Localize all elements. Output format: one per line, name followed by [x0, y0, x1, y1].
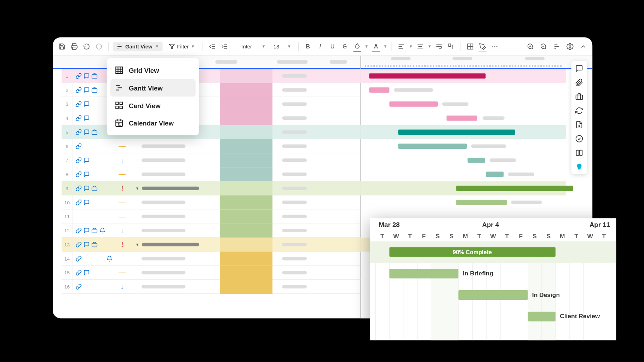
undo-icon[interactable] — [82, 41, 91, 51]
task-name-cell[interactable] — [132, 215, 220, 218]
indent-icon[interactable] — [220, 41, 229, 51]
align-left-icon[interactable] — [397, 41, 406, 51]
fill-color-icon[interactable] — [352, 41, 362, 51]
assignee-cell[interactable] — [220, 195, 272, 209]
assignee-cell[interactable] — [220, 167, 272, 181]
status-cell[interactable]: — — [113, 170, 132, 178]
status-cell[interactable]: — — [113, 198, 132, 206]
task-row[interactable]: 8— — [62, 167, 361, 181]
strikethrough-icon[interactable]: S — [340, 41, 350, 51]
date-cell[interactable] — [272, 257, 316, 260]
status-cell[interactable]: ↓ — [113, 226, 132, 234]
date-cell[interactable] — [272, 116, 316, 120]
zoom-gantt-bar[interactable] — [528, 312, 555, 321]
print-icon[interactable] — [69, 41, 79, 51]
font-family-select[interactable]: Inter▼ — [239, 42, 268, 50]
gantt-bar[interactable] — [369, 73, 485, 78]
date-cell[interactable] — [272, 172, 316, 176]
assignee-cell[interactable] — [220, 153, 272, 167]
gantt-bar[interactable] — [467, 158, 485, 163]
gantt-bar[interactable] — [456, 186, 573, 191]
assignee-cell[interactable] — [220, 139, 272, 153]
italic-icon[interactable]: I — [315, 41, 325, 51]
zoom-in-icon[interactable] — [525, 41, 535, 51]
view-selector-button[interactable]: Gantt View ▼ — [113, 41, 162, 51]
highlight-icon[interactable] — [478, 41, 487, 51]
task-row[interactable]: 14 — [62, 252, 361, 266]
date-cell[interactable] — [272, 88, 316, 92]
assignee-cell[interactable] — [220, 223, 272, 238]
assignee-cell[interactable] — [220, 111, 272, 125]
task-row[interactable]: 16↓ — [62, 280, 361, 294]
task-row[interactable]: 12↓ — [62, 223, 361, 238]
task-row[interactable]: 6— — [62, 139, 361, 153]
activity-panel-icon[interactable] — [575, 135, 583, 142]
task-row[interactable]: 3— — [62, 97, 361, 111]
briefcase-panel-icon[interactable] — [575, 93, 583, 100]
tips-panel-icon[interactable] — [575, 163, 583, 171]
status-cell[interactable]: ! — [113, 184, 132, 192]
task-name-cell[interactable] — [132, 158, 220, 162]
assignee-cell[interactable] — [220, 280, 272, 294]
date-cell[interactable] — [272, 130, 316, 134]
task-name-cell[interactable] — [132, 228, 220, 232]
task-name-cell[interactable] — [132, 285, 220, 288]
text-color-icon[interactable]: A — [371, 41, 381, 51]
format-icon[interactable] — [447, 41, 456, 51]
date-cell[interactable] — [272, 243, 316, 246]
status-cell[interactable]: — — [113, 212, 132, 220]
date-cell[interactable] — [272, 102, 316, 106]
redo-icon[interactable] — [94, 41, 104, 51]
date-cell[interactable] — [272, 200, 316, 204]
dropdown-calendar-view[interactable]: 31 Calendar View — [110, 114, 196, 132]
gantt-bar[interactable] — [447, 116, 477, 121]
fill-color-caret[interactable]: ▼ — [364, 44, 368, 48]
dropdown-grid-view[interactable]: Grid View — [110, 62, 196, 79]
zoom-gantt-bar[interactable]: 90% Complete — [389, 247, 556, 257]
valign-icon[interactable] — [415, 41, 425, 51]
docs-panel-icon[interactable] — [575, 149, 583, 157]
task-name-cell[interactable]: ▼ — [132, 186, 220, 190]
assignee-cell[interactable] — [220, 83, 272, 97]
task-name-cell[interactable] — [132, 271, 220, 274]
assignee-cell[interactable] — [220, 69, 272, 83]
date-cell[interactable] — [272, 228, 316, 232]
date-cell[interactable] — [272, 186, 316, 190]
gantt-bar[interactable] — [389, 101, 438, 107]
date-cell[interactable] — [272, 271, 316, 274]
bold-icon[interactable]: B — [303, 41, 312, 51]
assignee-cell[interactable] — [220, 125, 272, 139]
export-panel-icon[interactable] — [575, 121, 583, 129]
gantt-bar[interactable] — [398, 144, 467, 149]
task-row[interactable]: 5▼ — [62, 125, 361, 139]
filter-button[interactable]: Filter ▼ — [165, 41, 199, 51]
zoom-gantt-bar[interactable] — [459, 290, 528, 300]
task-row[interactable]: 7↓ — [62, 153, 361, 167]
status-cell[interactable]: ↓ — [113, 156, 132, 164]
border-icon[interactable] — [466, 41, 475, 51]
settings-icon[interactable] — [565, 41, 575, 51]
task-row[interactable]: 13!▼ — [62, 238, 361, 252]
task-row[interactable]: 10— — [62, 195, 361, 210]
assignee-cell[interactable] — [220, 237, 272, 251]
task-row[interactable]: 4— — [62, 111, 361, 125]
underline-icon[interactable]: U — [328, 41, 337, 51]
outdent-icon[interactable] — [208, 41, 217, 51]
task-row[interactable]: 9!▼ — [62, 181, 361, 195]
task-name-cell[interactable] — [132, 172, 220, 176]
task-row[interactable]: 15— — [62, 265, 361, 280]
date-cell[interactable] — [272, 158, 316, 162]
assignee-cell[interactable] — [220, 251, 272, 265]
status-cell[interactable]: ↓ — [113, 282, 132, 290]
wrap-icon[interactable] — [434, 41, 444, 51]
zoom-gantt-bar[interactable] — [389, 269, 459, 278]
gantt-bar[interactable] — [486, 172, 504, 177]
timeline-settings-icon[interactable] — [552, 41, 562, 51]
assignee-cell[interactable] — [220, 209, 272, 223]
attachments-panel-icon[interactable] — [575, 78, 583, 86]
assignee-cell[interactable] — [220, 265, 272, 280]
task-name-cell[interactable] — [132, 257, 220, 260]
date-cell[interactable] — [272, 215, 316, 218]
task-row[interactable]: 11— — [62, 209, 361, 223]
task-name-cell[interactable] — [132, 200, 220, 204]
